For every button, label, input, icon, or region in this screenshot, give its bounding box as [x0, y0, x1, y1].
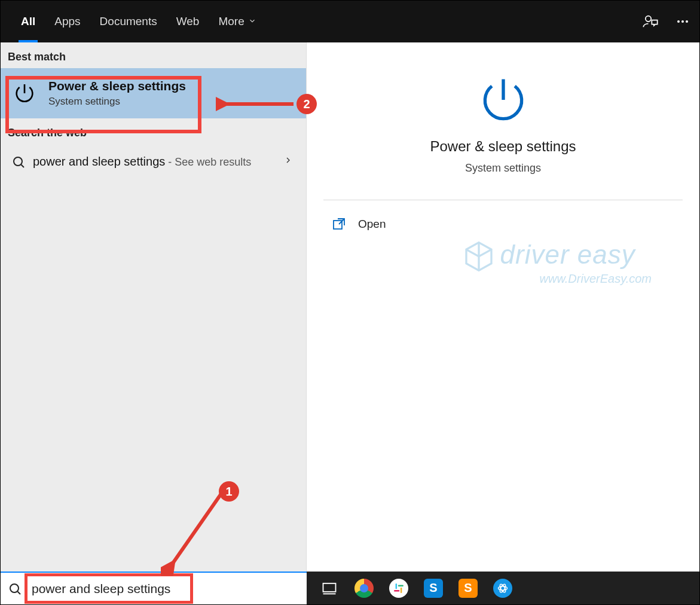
tab-documents[interactable]: Documents	[90, 1, 167, 42]
taskbar-app-slack[interactable]	[387, 576, 411, 600]
svg-point-1	[677, 20, 680, 23]
task-view-icon[interactable]	[317, 576, 341, 600]
svg-point-4	[14, 157, 22, 166]
preview-title: Power & sleep settings	[307, 138, 699, 155]
open-icon	[332, 217, 346, 231]
web-result-query: power and sleep settings	[33, 155, 165, 168]
search-icon	[11, 155, 27, 170]
search-results-main: Best match Power & sleep settings System…	[1, 42, 699, 572]
annotation-badge-step2: 2	[296, 94, 317, 114]
best-match-text: Power & sleep settings System settings	[48, 79, 186, 108]
search-filter-tabbar: All Apps Documents Web More	[1, 1, 699, 42]
svg-point-2	[681, 20, 684, 23]
annotation-badge-step1: 1	[219, 481, 239, 502]
tab-all[interactable]: All	[11, 1, 45, 42]
svg-line-5	[22, 165, 25, 168]
preview-subtitle: System settings	[307, 162, 699, 175]
best-match-heading: Best match	[1, 42, 306, 68]
taskbar-app-battlenet[interactable]	[491, 576, 515, 600]
chevron-right-icon	[283, 155, 293, 167]
tab-list: All Apps Documents Web More	[11, 1, 266, 42]
tab-more[interactable]: More	[209, 1, 265, 42]
feedback-icon[interactable]	[642, 13, 659, 30]
svg-rect-9	[323, 583, 336, 591]
tab-web[interactable]: Web	[167, 1, 209, 42]
preview-header: Power & sleep settings System settings	[307, 42, 699, 175]
search-icon	[8, 582, 22, 596]
taskbar-apps: S S	[307, 572, 699, 604]
search-input[interactable]	[32, 582, 299, 596]
taskbar-search[interactable]	[1, 572, 307, 604]
power-icon-large	[476, 72, 531, 127]
best-match-subtitle: System settings	[48, 96, 186, 108]
chevron-down-icon	[248, 15, 256, 28]
taskbar-app-chrome[interactable]	[352, 576, 376, 600]
svg-point-7	[10, 584, 19, 592]
web-result-suffix: - See web results	[165, 156, 251, 168]
taskbar: S S	[1, 572, 699, 604]
topbar-right-controls	[642, 1, 690, 42]
svg-point-0	[646, 16, 651, 22]
best-match-title: Power & sleep settings	[48, 79, 186, 93]
web-result-text: power and sleep settings - See web resul…	[33, 152, 251, 170]
power-icon	[11, 80, 38, 106]
more-options-icon[interactable]	[675, 14, 690, 29]
results-left-pane: Best match Power & sleep settings System…	[1, 42, 307, 572]
best-match-result[interactable]: Power & sleep settings System settings	[1, 68, 306, 118]
search-web-heading: Search the web	[1, 118, 306, 144]
svg-line-8	[18, 591, 21, 594]
web-search-result[interactable]: power and sleep settings - See web resul…	[1, 144, 306, 179]
preview-right-pane: Power & sleep settings System settings O…	[307, 42, 699, 572]
taskbar-app-snagit-orange[interactable]: S	[456, 576, 480, 600]
open-label: Open	[358, 218, 386, 231]
tab-apps[interactable]: Apps	[45, 1, 90, 42]
svg-point-3	[686, 20, 688, 23]
open-action[interactable]: Open	[307, 200, 699, 248]
taskbar-app-snagit-blue[interactable]: S	[421, 576, 445, 600]
tab-more-label: More	[218, 15, 244, 28]
